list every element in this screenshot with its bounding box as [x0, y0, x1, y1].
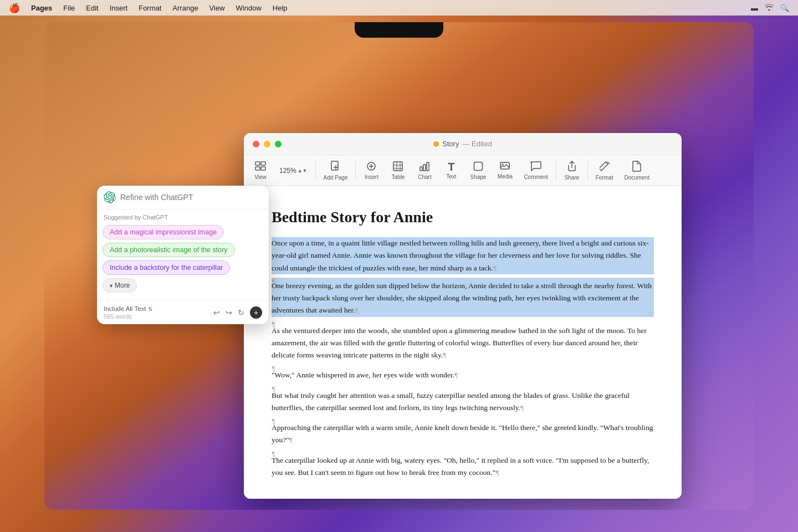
more-button[interactable]: ▾ More	[103, 278, 263, 296]
chart-icon	[420, 161, 429, 173]
maximize-button[interactable]	[275, 141, 282, 147]
window-edited-label: — Edited	[462, 140, 492, 148]
toolbar-chart[interactable]: Chart	[412, 159, 437, 182]
table-label: Table	[392, 174, 405, 180]
chatgpt-suggestions: Suggested by ChatGPT Add a magical impre…	[97, 209, 269, 300]
suggestion-2[interactable]: Add a photorealistic image of the story	[103, 243, 263, 260]
spacer-3: ¶	[272, 365, 654, 369]
chatgpt-logo-icon	[104, 191, 116, 203]
svg-rect-0	[255, 162, 260, 165]
title-dot	[433, 141, 439, 147]
view-icon	[255, 161, 266, 173]
undo-button[interactable]: ↩	[213, 308, 220, 317]
svg-rect-16	[423, 165, 426, 171]
view-label: View	[254, 174, 267, 180]
svg-rect-18	[474, 162, 482, 170]
toolbar-shape[interactable]: Shape	[466, 159, 490, 182]
suggestion-pill-3[interactable]: Include a backstory for the caterpillar	[103, 260, 230, 275]
suggestions-label: Suggested by ChatGPT	[103, 214, 263, 221]
zoom-control[interactable]: 125% ▲▼	[275, 165, 312, 177]
menubar-arrange[interactable]: Arrange	[168, 3, 202, 13]
toolbar-divider-2	[355, 161, 356, 181]
apple-menu[interactable]: 🍎	[9, 3, 20, 13]
redo-button[interactable]: ↪	[226, 308, 232, 317]
svg-rect-17	[427, 162, 429, 171]
spacer-5: ¶	[272, 417, 654, 422]
toolbar-divider-1	[315, 161, 316, 181]
footer-actions: ↩ ↪ ↻ +	[213, 306, 262, 319]
suggestion-pill-2[interactable]: Add a photorealistic image of the story	[103, 243, 235, 257]
word-count: 585 words	[104, 313, 152, 320]
refresh-button[interactable]: ↻	[238, 308, 244, 317]
share-icon	[567, 161, 576, 173]
search-icon[interactable]: 🔍	[780, 4, 789, 12]
document-content[interactable]: Bedtime Story for Annie Once upon a time…	[244, 186, 682, 499]
media-label: Media	[498, 173, 513, 180]
pages-window: Story — Edited View 125%	[244, 133, 682, 499]
toolbar-divider-4	[587, 161, 588, 181]
document-icon	[632, 161, 641, 173]
include-label: Include All Text	[104, 305, 146, 312]
more-pill[interactable]: ▾ More	[103, 278, 137, 293]
window-titlebar: Story — Edited	[244, 133, 682, 155]
svg-rect-1	[261, 162, 265, 165]
paragraph-3: As she ventured deeper into the woods, s…	[272, 325, 654, 362]
svg-rect-10	[393, 162, 402, 171]
document-title: Bedtime Story for Annie	[272, 208, 654, 226]
spacer-6: ¶	[272, 450, 654, 454]
suggestion-pill-1[interactable]: Add a magical impressionist image	[103, 225, 224, 239]
include-text-control[interactable]: Include All Text ⇅	[104, 305, 152, 312]
toolbar-table[interactable]: Table	[386, 159, 410, 182]
insert-label: Insert	[365, 174, 378, 180]
paragraph-1: Once upon a time, in a quaint little vil…	[272, 237, 654, 274]
menubar-edit[interactable]: Edit	[81, 3, 103, 13]
format-icon	[600, 161, 610, 173]
toolbar-share[interactable]: Share	[560, 158, 584, 183]
shape-icon	[473, 161, 483, 173]
toolbar-comment[interactable]: Comment	[519, 159, 552, 182]
toolbar: View 125% ▲▼ Add Page	[244, 155, 682, 186]
add-icon: +	[254, 308, 258, 317]
insert-icon	[366, 161, 376, 173]
menubar-view[interactable]: View	[205, 3, 229, 13]
toolbar-add-page[interactable]: Add Page	[319, 158, 352, 183]
chevron-down-icon: ▾	[110, 283, 112, 289]
minimize-button[interactable]	[264, 141, 270, 147]
close-button[interactable]	[253, 141, 259, 147]
window-title-text: Story	[442, 140, 459, 148]
menubar-format[interactable]: Format	[134, 3, 166, 13]
comment-label: Comment	[524, 174, 548, 180]
svg-rect-19	[500, 162, 509, 169]
suggestion-1[interactable]: Add a magical impressionist image	[103, 225, 263, 243]
paragraph-7: The caterpillar looked up at Annie with …	[272, 454, 654, 479]
add-button[interactable]: +	[250, 306, 262, 319]
chatgpt-footer: Include All Text ⇅ 585 words ↩ ↪ ↻ +	[97, 300, 269, 324]
menubar-file[interactable]: File	[59, 3, 79, 13]
wifi-icon	[765, 4, 774, 12]
chatgpt-input-area[interactable]	[97, 186, 269, 209]
share-label: Share	[564, 175, 579, 181]
spacer-2: ¶	[272, 320, 654, 325]
toolbar-view[interactable]: View	[248, 159, 273, 182]
chatgpt-refine-input[interactable]	[120, 193, 262, 202]
paragraph-2: One breezy evening, as the golden sun di…	[272, 280, 654, 317]
menubar-pages[interactable]: Pages	[27, 3, 57, 13]
battery-icon: ▬	[751, 4, 758, 12]
menubar-insert[interactable]: Insert	[105, 3, 132, 13]
comment-icon	[530, 161, 541, 173]
add-page-label: Add Page	[324, 175, 348, 181]
media-icon	[500, 162, 510, 172]
text-icon: T	[448, 161, 454, 172]
toolbar-media[interactable]: Media	[493, 160, 517, 182]
toolbar-insert[interactable]: Insert	[359, 159, 383, 182]
table-icon	[393, 161, 403, 173]
suggestion-3[interactable]: Include a backstory for the caterpillar	[103, 260, 263, 278]
toolbar-format[interactable]: Format	[591, 158, 618, 183]
toolbar-document[interactable]: Document	[620, 158, 654, 183]
paragraph-5: But what truly caught her attention was …	[272, 390, 654, 415]
toolbar-text[interactable]: T Text	[439, 159, 463, 182]
menubar-help[interactable]: Help	[268, 3, 292, 13]
window-controls	[253, 141, 282, 147]
menubar-window[interactable]: Window	[232, 3, 266, 13]
shape-label: Shape	[470, 174, 486, 180]
